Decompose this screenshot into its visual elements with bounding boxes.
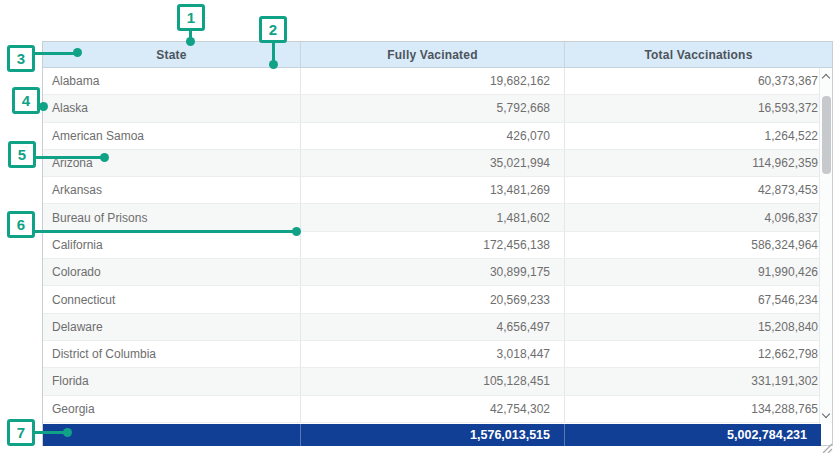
table-row[interactable]: Arkansas 13,481,269 42,873,453	[43, 177, 832, 204]
cell-fully-vacinated: 105,128,451	[301, 368, 565, 394]
cell-fully-vacinated: 172,456,138	[301, 232, 565, 258]
cell-total-vaccinations: 1,264,522	[565, 123, 832, 149]
callout-1-dot	[186, 37, 195, 46]
callout-2-line	[272, 42, 275, 62]
cell-fully-vacinated: 35,021,994	[301, 150, 565, 176]
vertical-scrollbar[interactable]	[819, 68, 832, 424]
cell-state: California	[43, 232, 301, 258]
callout-5-dot	[100, 153, 109, 162]
cell-total-vaccinations: 331,191,302	[565, 368, 832, 394]
table-row[interactable]: Delaware 4,656,497 15,208,840	[43, 314, 832, 341]
scrollbar-thumb[interactable]	[822, 96, 831, 174]
cell-state: Alaska	[43, 95, 301, 121]
cell-fully-vacinated: 13,481,269	[301, 177, 565, 203]
callout-6-badge: 6	[7, 211, 35, 238]
vaccination-table: State Fully Vacinated Total Vaccinations…	[42, 41, 833, 446]
callout-7-dot	[63, 428, 72, 437]
table-row[interactable]: Florida 105,128,451 331,191,302	[43, 368, 832, 395]
callout-7-line	[33, 431, 66, 434]
cell-fully-vacinated: 19,682,162	[301, 68, 565, 94]
cell-total-vaccinations: 91,990,426	[565, 259, 832, 285]
cell-total-vaccinations: 60,373,367	[565, 68, 832, 94]
annotated-table-screenshot: State Fully Vacinated Total Vaccinations…	[0, 0, 833, 453]
cell-fully-vacinated: 5,792,668	[301, 95, 565, 121]
cell-state: Colorado	[43, 259, 301, 285]
table-header-row: State Fully Vacinated Total Vaccinations	[43, 42, 832, 68]
cell-fully-vacinated: 30,899,175	[301, 259, 565, 285]
cell-state: American Samoa	[43, 123, 301, 149]
summary-row: 1,576,013,515 5,002,784,231	[43, 424, 821, 446]
table-row[interactable]: California 172,456,138 586,324,964	[43, 232, 832, 259]
callout-4-badge: 4	[12, 87, 40, 114]
table-row[interactable]: District of Columbia 3,018,447 12,662,79…	[43, 341, 832, 368]
cell-state: Connecticut	[43, 286, 301, 312]
callout-3-badge: 3	[7, 45, 35, 72]
summary-cell-total-vaccinations: 5,002,784,231	[565, 424, 821, 446]
cell-total-vaccinations: 4,096,837	[565, 204, 832, 230]
resize-grip-icon[interactable]	[821, 440, 833, 452]
cell-state: Bureau of Prisons	[43, 204, 301, 230]
cell-fully-vacinated: 1,481,602	[301, 204, 565, 230]
callout-1-badge: 1	[177, 4, 205, 31]
callout-3-dot	[73, 48, 82, 57]
table-row[interactable]: Alabama 19,682,162 60,373,367	[43, 68, 832, 95]
table-row[interactable]: American Samoa 426,070 1,264,522	[43, 123, 832, 150]
cell-total-vaccinations: 586,324,964	[565, 232, 832, 258]
column-header-fully-vacinated[interactable]: Fully Vacinated	[301, 42, 565, 67]
cell-fully-vacinated: 4,656,497	[301, 314, 565, 340]
cell-fully-vacinated: 42,754,302	[301, 396, 565, 422]
cell-fully-vacinated: 426,070	[301, 123, 565, 149]
cell-total-vaccinations: 12,662,798	[565, 341, 832, 367]
cell-total-vaccinations: 16,593,372	[565, 95, 832, 121]
cell-state: Florida	[43, 368, 301, 394]
callout-6-dot	[292, 227, 301, 236]
cell-state: Georgia	[43, 396, 301, 422]
column-header-total-vaccinations[interactable]: Total Vaccinations	[565, 42, 832, 67]
table-row[interactable]: Arizona 35,021,994 114,962,359	[43, 150, 832, 177]
scroll-down-arrow-icon[interactable]	[820, 408, 832, 422]
cell-total-vaccinations: 134,288,765	[565, 396, 832, 422]
cell-state: District of Columbia	[43, 341, 301, 367]
cell-state: Arizona	[43, 150, 301, 176]
table-body: Alabama 19,682,162 60,373,367 Alaska 5,7…	[43, 68, 832, 424]
summary-cell-fully-vacinated: 1,576,013,515	[301, 424, 565, 446]
cell-state: Alabama	[43, 68, 301, 94]
cell-total-vaccinations: 15,208,840	[565, 314, 832, 340]
cell-fully-vacinated: 20,569,233	[301, 286, 565, 312]
cell-state: Arkansas	[43, 177, 301, 203]
callout-2-badge: 2	[259, 16, 287, 43]
callout-6-line	[32, 230, 295, 233]
scroll-up-arrow-icon[interactable]	[820, 70, 832, 84]
table-row[interactable]: Bureau of Prisons 1,481,602 4,096,837	[43, 204, 832, 231]
cell-state: Delaware	[43, 314, 301, 340]
table-row[interactable]: Georgia 42,754,302 134,288,765	[43, 396, 832, 423]
cell-fully-vacinated: 3,018,447	[301, 341, 565, 367]
callout-5-badge: 5	[8, 141, 36, 168]
callout-4-dot	[39, 102, 48, 111]
table-row[interactable]: Alaska 5,792,668 16,593,372	[43, 95, 832, 122]
table-row[interactable]: Connecticut 20,569,233 67,546,234	[43, 286, 832, 313]
cell-total-vaccinations: 114,962,359	[565, 150, 832, 176]
callout-2-dot	[269, 60, 278, 69]
cell-total-vaccinations: 42,873,453	[565, 177, 832, 203]
callout-5-line	[34, 156, 104, 159]
column-header-state[interactable]: State	[43, 42, 301, 67]
table-row[interactable]: Colorado 30,899,175 91,990,426	[43, 259, 832, 286]
callout-7-badge: 7	[7, 419, 35, 446]
callout-3-line	[34, 52, 76, 55]
cell-total-vaccinations: 67,546,234	[565, 286, 832, 312]
summary-cell-state	[43, 424, 301, 446]
